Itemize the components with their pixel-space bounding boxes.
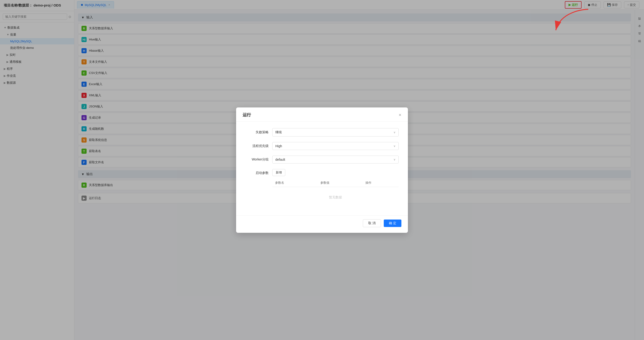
worker-group-value: default xyxy=(275,158,285,161)
params-empty-text: 暂无数据 xyxy=(275,190,396,202)
worker-group-row: Worker分组 default ∨ xyxy=(246,155,398,163)
add-param-button[interactable]: 新增 xyxy=(272,169,285,176)
flow-priority-value: High xyxy=(275,144,282,148)
modal-overlay: 运行 × 失败策略 继续 ∨ 流程优先级 High ∨ xyxy=(0,0,644,340)
params-col-name: 参数名 xyxy=(272,179,318,187)
failure-strategy-value: 继续 xyxy=(275,130,282,134)
arrow-annotation xyxy=(542,5,607,35)
params-col-value: 参数值 xyxy=(318,179,363,187)
modal-title: 运行 xyxy=(242,112,251,118)
startup-params-label: 启动参数 xyxy=(246,169,268,175)
flow-priority-select[interactable]: High ∨ xyxy=(272,142,398,150)
flow-priority-chevron-icon: ∨ xyxy=(394,144,396,148)
failure-strategy-chevron-icon: ∨ xyxy=(394,131,396,134)
startup-params-row: 启动参数 新增 参数名 参数值 操作 xyxy=(246,169,398,205)
cancel-button[interactable]: 取 消 xyxy=(363,219,381,227)
failure-strategy-label: 失败策略 xyxy=(246,130,268,134)
confirm-button[interactable]: 确 定 xyxy=(384,220,402,227)
worker-group-label: Worker分组 xyxy=(246,157,268,162)
failure-strategy-row: 失败策略 继续 ∨ xyxy=(246,128,398,136)
params-content: 新增 参数名 参数值 操作 暂无数据 xyxy=(272,169,398,205)
flow-priority-label: 流程优先级 xyxy=(246,144,268,148)
modal-close-button[interactable]: × xyxy=(398,113,402,117)
modal-footer: 取 消 确 定 xyxy=(236,215,408,233)
flow-priority-row: 流程优先级 High ∨ xyxy=(246,142,398,150)
params-table: 参数名 参数值 操作 暂无数据 xyxy=(272,179,398,205)
params-col-action: 操作 xyxy=(363,179,398,187)
modal-header: 运行 × xyxy=(236,107,408,122)
modal-body: 失败策略 继续 ∨ 流程优先级 High ∨ Worker分组 default xyxy=(236,122,408,215)
worker-group-select[interactable]: default ∨ xyxy=(272,155,398,163)
worker-group-chevron-icon: ∨ xyxy=(394,158,396,161)
run-modal: 运行 × 失败策略 继续 ∨ 流程优先级 High ∨ xyxy=(236,107,408,233)
failure-strategy-select[interactable]: 继续 ∨ xyxy=(272,128,398,136)
